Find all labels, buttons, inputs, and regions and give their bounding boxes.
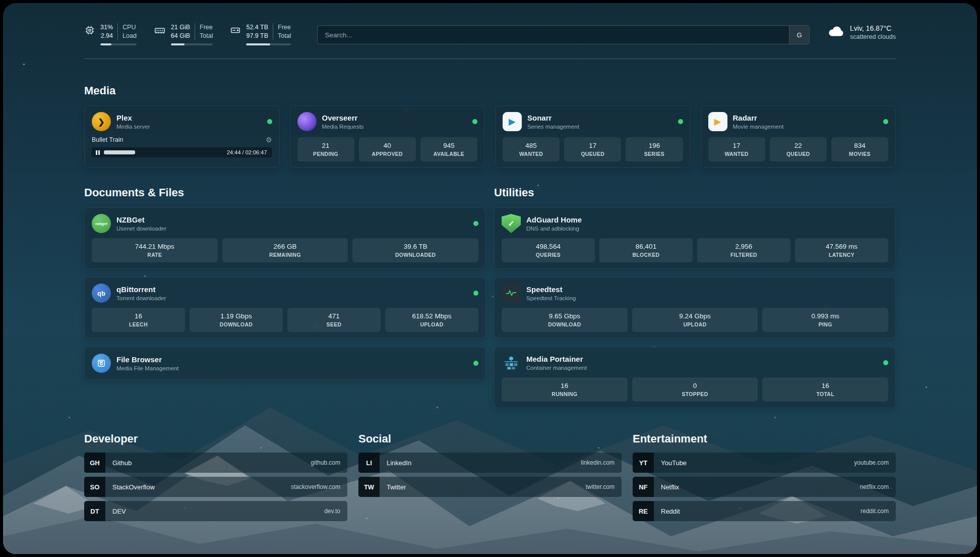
entertainment-bookmarks: Entertainment YT YouTube youtube.com NF … [633,432,896,525]
overseerr-stat-available: 945 AVAILABLE [420,137,477,161]
pause-icon[interactable] [96,150,100,155]
bookmark-netflix[interactable]: NF Netflix netflix.com [633,477,896,497]
ram-icon [154,25,166,38]
filebrowser-card[interactable]: File Browser Media File Management [84,347,486,380]
top-bar: 31% 2.94 CPU Load [84,23,896,45]
plex-card[interactable]: ❯ Plex Media server Bullet Train ⚙ [84,105,280,168]
ram-widget: 21 GiB 64 GiB Free Total [154,23,213,45]
sonarr-stat-wanted: 485 WANTED [503,137,560,161]
qbittorrent-stat-leech: 16 LEECH [92,308,185,332]
cpu-widget: 31% 2.94 CPU Load [84,23,137,45]
adguard-stat-filtered: 2,956 FILTERED [697,238,790,262]
snow-particles [23,64,25,65]
bookmark-github[interactable]: GH Github github.com [84,453,347,473]
disk-total-label: Total [278,32,291,40]
search-input[interactable] [318,26,789,44]
nzbget-stat-downloaded: 39.6 TB DOWNLOADED [352,238,478,262]
overseerr-stat-pending: 21 PENDING [297,137,354,161]
disk-progress-fill [246,43,270,45]
utilities-section-title: Utilities [494,186,896,199]
ram-free-label: Free [200,23,213,32]
nzbget-card[interactable]: nzbget NZBGet Usenet downloader 744.21 M… [84,207,486,269]
plex-playback-time: 24:44 / 02:06:47 [227,149,267,155]
social-section-title: Social [358,432,622,445]
adguard-stat-queries: 498,564 QUERIES [502,238,595,262]
qbittorrent-status-dot [473,291,478,296]
plex-settings-gear-icon[interactable]: ⚙ [266,136,272,144]
linkedin-icon: LI [358,453,380,473]
portainer-subtitle: Container management [526,365,883,371]
media-section: Media ❯ Plex Media server Bullet Train [84,84,896,168]
speedtest-stat-ping: 0.993 ms PING [762,308,888,332]
sonarr-status-dot [678,119,683,124]
social-bookmarks: Social LI LinkedIn linkedin.com TW Twitt… [358,432,622,525]
portainer-card[interactable]: Media Portainer Container management 16 … [494,347,896,408]
weather-condition: scattered clouds [850,33,896,40]
qbittorrent-stat-seed: 471 SEED [287,308,381,332]
bookmark-twitter[interactable]: TW Twitter twitter.com [358,477,622,497]
bookmark-dev[interactable]: DT DEV dev.to [84,501,347,521]
reddit-icon: RE [633,501,654,521]
cpu-icon [84,25,95,38]
bookmark-linkedin[interactable]: LI LinkedIn linkedin.com [358,453,622,473]
weather-location: Lviv, 16.87°C [850,24,896,32]
plex-player-bar[interactable]: 24:44 / 02:06:47 [92,147,272,157]
radarr-stat-wanted: 17 WANTED [708,137,765,161]
bookmark-reddit[interactable]: RE Reddit reddit.com [633,501,896,521]
cpu-label: CPU [122,23,137,32]
radarr-card[interactable]: ▶ Radarr Movie management 17 WANTED [701,105,896,168]
overseerr-stat-approved: 40 APPROVED [359,137,416,161]
documents-column: Documents & Files nzbget NZBGet Usenet d… [84,186,486,408]
ram-total-value: 64 GiB [171,32,190,40]
overseerr-name: Overseerr [322,114,473,123]
search-engine-button[interactable]: G [789,26,809,44]
nzbget-status-dot [473,221,478,226]
speedtest-icon [502,284,521,303]
overseerr-status-dot [472,119,477,124]
qbittorrent-name: qBittorrent [116,285,473,294]
ram-total-label: Total [200,32,213,40]
portainer-stat-stopped: 0 STOPPED [632,377,758,402]
speedtest-stat-upload: 9.24 Gbps UPLOAD [632,308,758,332]
nzbget-stat-rate: 744.21 Mbps RATE [92,238,218,262]
portainer-name: Media Portainer [526,355,883,364]
disk-free-label: Free [278,23,291,32]
qbittorrent-stat-download: 1.19 Gbps DOWNLOAD [190,308,283,332]
github-icon: GH [84,453,105,473]
media-section-title: Media [84,84,896,97]
sonarr-card[interactable]: ▶ Sonarr Series management 485 WANTED [495,105,691,168]
netflix-icon: NF [633,477,654,497]
overseerr-subtitle: Media Requests [322,124,473,130]
ram-progress-track [171,43,213,45]
ram-free-value: 21 GiB [171,23,190,32]
portainer-stat-running: 16 RUNNING [502,377,628,402]
speedtest-stat-download: 9.65 Gbps DOWNLOAD [502,308,628,332]
dashboard-window: 31% 2.94 CPU Load [3,3,977,554]
sonarr-stat-queued: 17 QUEUED [564,137,621,161]
sonarr-name: Sonarr [527,114,678,123]
bookmark-youtube[interactable]: YT YouTube youtube.com [633,453,896,473]
cloud-icon [828,25,845,40]
nzbget-name: NZBGet [116,215,473,225]
adguard-card[interactable]: ✓ AdGuard Home DNS and adblocking 498,56… [494,207,896,269]
speedtest-name: Speedtest [526,285,888,294]
nzbget-stat-remaining: 266 GB REMAINING [222,238,348,262]
radarr-subtitle: Movie management [733,124,884,130]
disk-free-value: 52.4 TB [246,23,268,32]
filebrowser-subtitle: Media File Management [116,365,473,371]
filebrowser-name: File Browser [116,355,473,364]
radarr-name: Radarr [733,114,884,123]
plex-subtitle: Media server [116,124,267,130]
twitter-icon: TW [358,477,380,497]
radarr-stat-queued: 22 QUEUED [770,137,827,161]
qbittorrent-card[interactable]: qb qBittorrent Torrent downloader 16 LEE… [84,277,486,339]
utilities-column: Utilities ✓ AdGuard Home DNS and adblock… [494,186,896,408]
filebrowser-status-dot [473,361,478,366]
nzbget-subtitle: Usenet downloader [116,226,473,232]
disk-widget: 52.4 TB 97.9 TB Free Total [230,23,291,45]
radarr-icon: ▶ [708,112,727,131]
overseerr-card[interactable]: Overseerr Media Requests 21 PENDING 40 A… [290,105,485,168]
bookmark-stackoverflow[interactable]: SO StackOverflow stackoverflow.com [84,477,347,497]
plex-seek-fill [104,150,135,154]
speedtest-card[interactable]: Speedtest Speedtest Tracking 9.65 Gbps D… [494,277,896,339]
